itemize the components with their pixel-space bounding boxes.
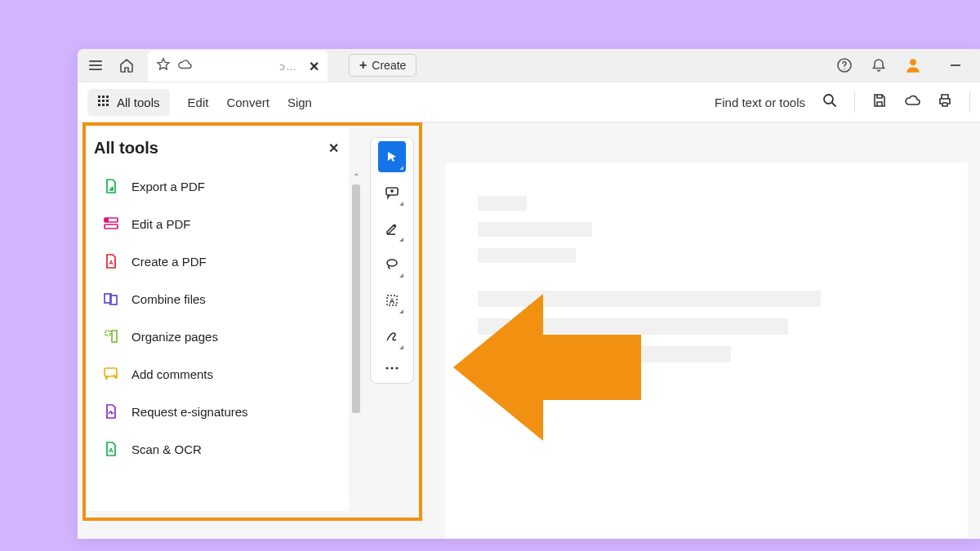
divider bbox=[854, 91, 855, 113]
tool-item-organize-pages[interactable]: Organize pages bbox=[87, 318, 349, 355]
document-tab[interactable]: ɔ… ✕ bbox=[148, 51, 327, 82]
tool-item-create-pdf[interactable]: ACreate a PDF bbox=[87, 242, 349, 280]
svg-text:A: A bbox=[109, 447, 114, 454]
placeholder-line bbox=[478, 248, 576, 263]
help-icon[interactable] bbox=[835, 56, 854, 75]
tool-item-label: Add comments bbox=[131, 367, 213, 381]
document-page bbox=[445, 163, 968, 539]
svg-rect-13 bbox=[105, 224, 118, 229]
svg-rect-7 bbox=[106, 100, 109, 102]
request-esign-icon bbox=[102, 402, 120, 420]
menu-edit[interactable]: Edit bbox=[188, 96, 209, 109]
svg-rect-18 bbox=[105, 331, 110, 335]
svg-rect-6 bbox=[102, 100, 105, 102]
scan-ocr-icon: A bbox=[102, 440, 120, 458]
close-panel-icon[interactable]: ✕ bbox=[328, 140, 339, 156]
svg-rect-14 bbox=[105, 218, 109, 222]
text-select-tool[interactable]: A bbox=[378, 285, 406, 316]
select-tool[interactable] bbox=[378, 141, 406, 172]
all-tools-button[interactable]: All tools bbox=[87, 89, 170, 116]
titlebar: ɔ… ✕ + Create bbox=[78, 49, 980, 82]
grid-icon bbox=[97, 95, 110, 110]
comment-tool[interactable] bbox=[378, 177, 406, 208]
app-window: ɔ… ✕ + Create Al bbox=[78, 49, 980, 539]
svg-point-11 bbox=[824, 95, 833, 104]
placeholder-line bbox=[478, 318, 788, 335]
draw-tool[interactable] bbox=[378, 321, 406, 352]
svg-text:A: A bbox=[390, 297, 395, 305]
search-label[interactable]: Find text or tools bbox=[715, 96, 805, 109]
lasso-tool[interactable] bbox=[378, 249, 406, 280]
minimize-icon[interactable] bbox=[946, 56, 965, 75]
tool-item-add-comments[interactable]: Add comments bbox=[87, 355, 349, 393]
svg-point-24 bbox=[387, 260, 397, 266]
tool-item-label: Combine files bbox=[131, 292, 206, 306]
create-label: Create bbox=[372, 59, 406, 72]
svg-rect-9 bbox=[102, 104, 105, 106]
menu-convert[interactable]: Convert bbox=[226, 96, 270, 109]
svg-text:A: A bbox=[109, 260, 113, 265]
cloud-icon bbox=[177, 57, 192, 75]
panel-title: All tools bbox=[94, 139, 158, 158]
all-tools-panel: All tools ✕ Export a PDFEdit a PDFACreat… bbox=[87, 127, 349, 511]
divider bbox=[969, 91, 970, 113]
tool-item-export-pdf[interactable]: Export a PDF bbox=[87, 167, 349, 205]
titlebar-right-icons bbox=[835, 56, 965, 75]
edit-pdf-icon bbox=[102, 215, 120, 233]
tool-item-label: Create a PDF bbox=[131, 255, 207, 269]
svg-rect-20 bbox=[105, 368, 117, 376]
tool-item-label: Edit a PDF bbox=[131, 217, 191, 231]
star-icon[interactable] bbox=[156, 57, 171, 75]
tool-item-combine-files[interactable]: Combine files bbox=[87, 280, 349, 318]
svg-rect-2 bbox=[98, 96, 100, 98]
tool-item-scan-ocr[interactable]: AScan & OCR bbox=[87, 430, 349, 468]
svg-rect-5 bbox=[98, 100, 100, 102]
account-icon[interactable] bbox=[903, 56, 923, 75]
placeholder-line bbox=[478, 346, 731, 362]
more-tools[interactable] bbox=[378, 357, 406, 380]
tool-item-label: Organize pages bbox=[131, 330, 218, 344]
highlight-tool[interactable] bbox=[378, 213, 406, 244]
scroll-thumb[interactable] bbox=[352, 184, 360, 413]
print-icon[interactable] bbox=[937, 92, 953, 112]
search-icon[interactable] bbox=[822, 92, 838, 112]
svg-rect-10 bbox=[106, 104, 109, 106]
tool-item-label: Scan & OCR bbox=[131, 442, 202, 456]
combine-files-icon bbox=[102, 290, 120, 308]
scroll-up-icon[interactable]: ⌃ bbox=[350, 171, 362, 183]
all-tools-label: All tools bbox=[117, 96, 160, 109]
svg-point-21 bbox=[114, 375, 118, 379]
export-pdf-icon bbox=[102, 177, 120, 195]
bell-icon[interactable] bbox=[869, 56, 889, 75]
main-toolbar: All tools Edit Convert Sign Find text or… bbox=[78, 82, 980, 122]
plus-icon: + bbox=[359, 58, 367, 73]
tool-item-edit-pdf[interactable]: Edit a PDF bbox=[87, 205, 349, 242]
svg-point-28 bbox=[391, 367, 394, 370]
menu-sign[interactable]: Sign bbox=[287, 96, 312, 109]
svg-rect-4 bbox=[106, 96, 109, 98]
svg-point-29 bbox=[396, 367, 399, 370]
tab-title: ɔ… bbox=[198, 60, 302, 73]
svg-rect-3 bbox=[102, 96, 105, 98]
close-tab-icon[interactable]: ✕ bbox=[309, 59, 319, 74]
save-icon[interactable] bbox=[871, 92, 888, 112]
organize-pages-icon bbox=[102, 327, 120, 345]
hamburger-menu-icon[interactable] bbox=[86, 56, 105, 75]
placeholder-line bbox=[478, 291, 821, 307]
add-comments-icon bbox=[102, 365, 120, 383]
svg-rect-8 bbox=[98, 104, 100, 106]
content-area: All tools ✕ Export a PDFEdit a PDFACreat… bbox=[78, 122, 980, 539]
quick-toolbar: A bbox=[370, 137, 414, 384]
svg-rect-19 bbox=[112, 331, 117, 342]
create-pdf-icon: A bbox=[102, 252, 120, 270]
create-button[interactable]: + Create bbox=[349, 54, 416, 77]
panel-scrollbar[interactable]: ⌃ bbox=[350, 171, 362, 498]
placeholder-line bbox=[478, 222, 592, 237]
tool-item-request-esign[interactable]: Request e-signatures bbox=[87, 393, 349, 430]
home-icon[interactable] bbox=[117, 56, 136, 75]
cloud-sync-icon[interactable] bbox=[904, 92, 920, 112]
svg-point-1 bbox=[910, 59, 916, 65]
tool-item-label: Export a PDF bbox=[131, 180, 205, 193]
svg-point-27 bbox=[386, 367, 389, 370]
placeholder-line bbox=[478, 196, 527, 211]
